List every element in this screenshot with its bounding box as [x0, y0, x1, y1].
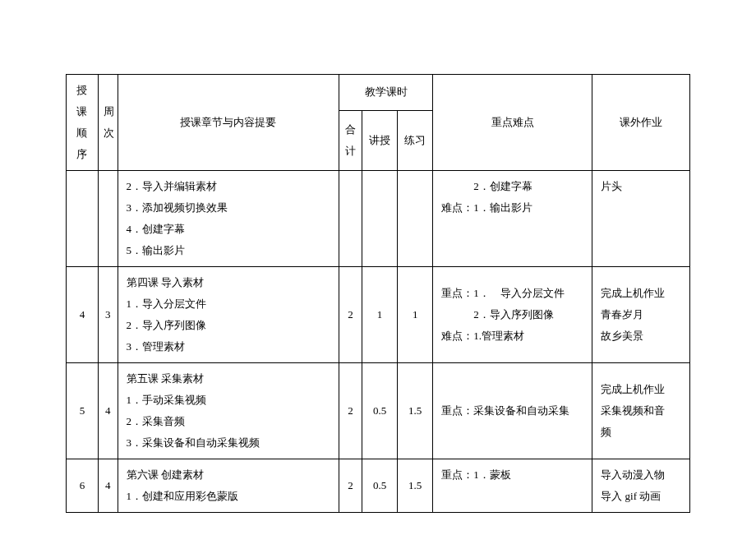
cell-keypoints: 重点：采集设备和自动采集	[433, 363, 592, 459]
text-line: 频	[601, 422, 686, 443]
text-line: 重点：采集设备和自动采集	[441, 400, 588, 422]
cell-week: 4	[98, 459, 118, 513]
cell-seq: 5	[67, 363, 99, 459]
cell-seq	[67, 171, 99, 267]
header-chapter: 授课章节与内容提要	[118, 75, 339, 171]
text-line: 2．导入序列图像	[441, 304, 588, 325]
text-line: 重点：1． 导入分层文件	[441, 283, 588, 304]
text-line: 完成上机作业	[601, 283, 686, 304]
cell-seq: 4	[67, 267, 99, 363]
text-line: 5．输出影片	[127, 240, 336, 261]
header-lecture: 讲授	[362, 110, 398, 170]
header-keypoints: 重点难点	[433, 75, 592, 171]
cell-keypoints: 2．创建字幕难点：1．输出影片	[433, 171, 592, 267]
header-homework: 课外作业	[592, 75, 690, 171]
text-line: 2．导入并编辑素材	[127, 176, 336, 197]
cell-keypoints: 重点：1． 导入分层文件 2．导入序列图像难点：1.管理素材	[433, 267, 592, 363]
cell-total: 2	[339, 459, 362, 513]
cell-practice: 1.5	[398, 459, 433, 513]
course-schedule-table: 授课 顺序 周 次 授课章节与内容提要 教学课时 重点难点 课外作业 合 计 讲…	[66, 74, 690, 513]
text-line: 采集视频和音	[601, 400, 686, 422]
table-row: 54 第五课 采集素材1．手动采集视频2．采集音频3．采集设备和自动采集视频20…	[67, 363, 690, 459]
header-total: 合 计	[339, 110, 362, 170]
header-seq: 授课 顺序	[67, 75, 99, 171]
text-line: 2．采集音频	[127, 411, 336, 432]
header-hours-group: 教学课时	[339, 75, 433, 111]
table-row: 2．导入并编辑素材3．添加视频切换效果4．创建字幕5．输出影片 2．创建字幕难点…	[67, 171, 690, 267]
cell-homework: 完成上机作业采集视频和音频	[592, 363, 690, 459]
header-week: 周 次	[98, 75, 118, 171]
cell-lecture	[362, 171, 398, 267]
cell-lecture: 0.5	[362, 459, 398, 513]
cell-practice: 1.5	[398, 363, 433, 459]
cell-practice	[398, 171, 433, 267]
text-line: 1．创建和应用彩色蒙版	[127, 486, 336, 507]
cell-lecture: 1	[362, 267, 398, 363]
text-line: 完成上机作业	[601, 379, 686, 400]
text-line: 片头	[601, 176, 686, 197]
text-line: 导入 gif 动画	[601, 486, 686, 507]
cell-total	[339, 171, 362, 267]
cell-total: 2	[339, 267, 362, 363]
cell-chapter: 2．导入并编辑素材3．添加视频切换效果4．创建字幕5．输出影片	[118, 171, 339, 267]
cell-chapter: 第五课 采集素材1．手动采集视频2．采集音频3．采集设备和自动采集视频	[118, 363, 339, 459]
text-line: 难点：1.管理素材	[441, 325, 588, 347]
text-line: 3．添加视频切换效果	[127, 197, 336, 219]
table-row: 43第四课 导入素材1．导入分层文件2．导入序列图像3．管理素材211重点：1．…	[67, 267, 690, 363]
table-body: 2．导入并编辑素材3．添加视频切换效果4．创建字幕5．输出影片 2．创建字幕难点…	[67, 171, 690, 513]
text-line: 第四课 导入素材	[127, 272, 336, 293]
header-practice: 练习	[398, 110, 433, 170]
cell-seq: 6	[67, 459, 99, 513]
text-line: 3．管理素材	[127, 336, 336, 357]
text-line: 重点：1．蒙板	[441, 464, 588, 486]
cell-practice: 1	[398, 267, 433, 363]
text-line: 故乡美景	[601, 325, 686, 347]
text-line: 2．导入序列图像	[127, 315, 336, 336]
text-line: 3．采集设备和自动采集视频	[127, 432, 336, 454]
cell-total: 2	[339, 363, 362, 459]
cell-keypoints: 重点：1．蒙板	[433, 459, 592, 513]
text-line: 难点：1．输出影片	[441, 197, 588, 219]
text-line: 1．手动采集视频	[127, 390, 336, 411]
cell-homework: 导入动漫入物导入 gif 动画	[592, 459, 690, 513]
cell-chapter: 第四课 导入素材1．导入分层文件2．导入序列图像3．管理素材	[118, 267, 339, 363]
text-line: 1．导入分层文件	[127, 293, 336, 315]
table-row: 64第六课 创建素材1．创建和应用彩色蒙版20.51.5重点：1．蒙板导入动漫入…	[67, 459, 690, 513]
table-header-row-1: 授课 顺序 周 次 授课章节与内容提要 教学课时 重点难点 课外作业	[67, 75, 690, 111]
text-line: 青春岁月	[601, 304, 686, 325]
cell-homework: 完成上机作业青春岁月故乡美景	[592, 267, 690, 363]
cell-homework: 片头	[592, 171, 690, 267]
cell-week	[98, 171, 118, 267]
text-line: 第六课 创建素材	[127, 464, 336, 486]
text-line: 4．创建字幕	[127, 219, 336, 240]
cell-week: 3	[98, 267, 118, 363]
text-line: 2．创建字幕	[441, 176, 588, 197]
text-line: 导入动漫入物	[601, 464, 686, 486]
cell-week: 4	[98, 363, 118, 459]
cell-chapter: 第六课 创建素材1．创建和应用彩色蒙版	[118, 459, 339, 513]
cell-lecture: 0.5	[362, 363, 398, 459]
text-line: 第五课 采集素材	[127, 368, 336, 390]
